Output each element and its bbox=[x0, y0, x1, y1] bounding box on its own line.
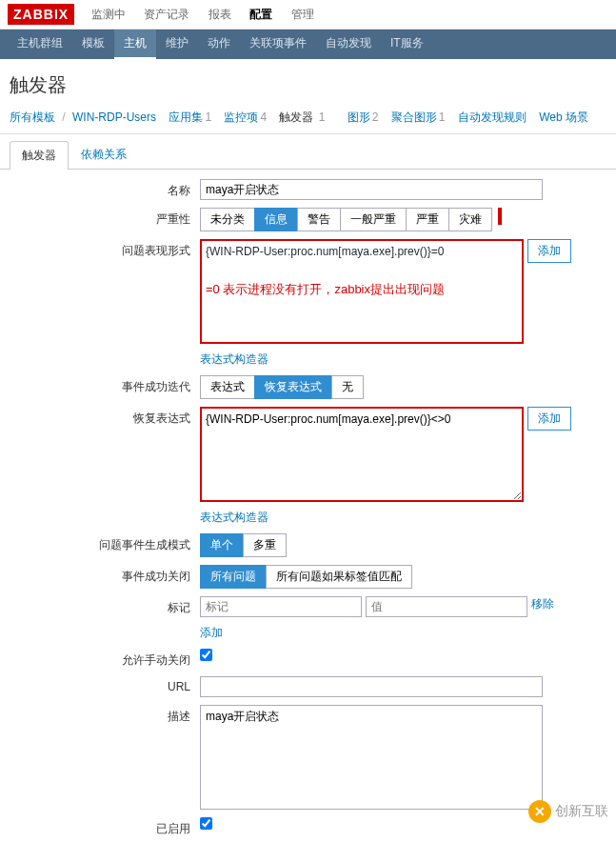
bc-graphs[interactable]: 图形 bbox=[348, 110, 370, 124]
problem-mode-label: 问题事件生成模式 bbox=[10, 533, 200, 553]
subnav-hostgroups[interactable]: 主机群组 bbox=[8, 30, 72, 59]
sev-average[interactable]: 一般严重 bbox=[340, 208, 407, 231]
sev-notclassified[interactable]: 未分类 bbox=[200, 208, 255, 231]
topnav-monitoring[interactable]: 监测中 bbox=[84, 4, 133, 25]
bc-screens[interactable]: 聚合图形 bbox=[391, 110, 437, 124]
subnav-itservices[interactable]: IT服务 bbox=[381, 30, 433, 59]
watermark: ✕ 创新互联 bbox=[528, 800, 608, 823]
tab-trigger[interactable]: 触发器 bbox=[10, 141, 69, 170]
ok-close-group: 所有问题 所有问题如果标签值匹配 bbox=[200, 565, 412, 589]
bc-host[interactable]: WIN-RDP-Users bbox=[72, 110, 156, 124]
topnav-configuration[interactable]: 配置 bbox=[242, 4, 280, 25]
expression-add-button[interactable]: 添加 bbox=[527, 239, 571, 263]
description-input[interactable]: maya开启状态 bbox=[200, 705, 543, 810]
subnav-hosts[interactable]: 主机 bbox=[114, 30, 156, 59]
enabled-label: 已启用 bbox=[10, 817, 200, 837]
tags-label: 标记 bbox=[10, 596, 200, 616]
severity-color-bar bbox=[498, 208, 502, 225]
expression-label: 问题表现形式 bbox=[10, 239, 200, 259]
problem-mode-group: 单个 多重 bbox=[200, 533, 287, 557]
topnav: 监测中 资产记录 报表 配置 管理 bbox=[84, 7, 321, 23]
recovery-add-button[interactable]: 添加 bbox=[527, 407, 571, 431]
bc-all-templates[interactable]: 所有模板 bbox=[10, 110, 55, 124]
subnav-templates[interactable]: 模板 bbox=[72, 30, 114, 59]
logo: ZABBIX bbox=[8, 4, 74, 25]
tabs: 触发器 依赖关系 bbox=[0, 140, 616, 170]
watermark-icon: ✕ bbox=[528, 800, 551, 823]
name-input[interactable] bbox=[200, 179, 543, 200]
okgen-none[interactable]: 无 bbox=[331, 375, 364, 399]
pmode-single[interactable]: 单个 bbox=[200, 533, 244, 557]
subnav-correlation[interactable]: 关联项事件 bbox=[240, 30, 316, 59]
sev-disaster[interactable]: 灾难 bbox=[448, 208, 492, 231]
severity-group: 未分类 信息 警告 一般严重 严重 灾难 bbox=[200, 208, 492, 231]
okgen-expression[interactable]: 表达式 bbox=[200, 375, 255, 399]
tag-value-input[interactable] bbox=[366, 596, 527, 617]
subnav-discovery[interactable]: 自动发现 bbox=[316, 30, 381, 59]
name-label: 名称 bbox=[10, 179, 200, 199]
page-title: 触发器 bbox=[0, 59, 616, 106]
bc-web[interactable]: Web 场景 bbox=[539, 110, 588, 124]
sev-info[interactable]: 信息 bbox=[254, 208, 298, 231]
url-input[interactable] bbox=[200, 676, 543, 697]
recovery-input[interactable]: {WIN-RDP-User:proc.num[maya.exe].prev()}… bbox=[200, 407, 524, 502]
enabled-checkbox[interactable] bbox=[200, 817, 212, 830]
event-ok-gen-label: 事件成功迭代 bbox=[10, 375, 200, 395]
topnav-admin[interactable]: 管理 bbox=[284, 4, 322, 25]
subnav-actions[interactable]: 动作 bbox=[198, 30, 240, 59]
okgen-recovery[interactable]: 恢复表达式 bbox=[254, 375, 332, 399]
severity-label: 严重性 bbox=[10, 208, 200, 228]
topnav-inventory[interactable]: 资产记录 bbox=[136, 4, 197, 25]
expression-builder-link[interactable]: 表达式构造器 bbox=[200, 351, 268, 368]
form: 名称 严重性 未分类 信息 警告 一般严重 严重 灾难 问题表现形式 {WIN-… bbox=[0, 170, 616, 842]
url-label: URL bbox=[10, 676, 200, 693]
ok-close-label: 事件成功关闭 bbox=[10, 565, 200, 585]
tag-remove-link[interactable]: 移除 bbox=[531, 596, 554, 612]
subnav: 主机群组 模板 主机 维护 动作 关联项事件 自动发现 IT服务 bbox=[0, 30, 616, 59]
manual-close-label: 允许手动关闭 bbox=[10, 649, 200, 669]
okclose-all[interactable]: 所有问题 bbox=[200, 565, 267, 589]
sev-high[interactable]: 严重 bbox=[406, 208, 449, 231]
expression-note: =0 表示进程没有打开，zabbix提出出现问题 bbox=[206, 281, 518, 298]
subnav-maintenance[interactable]: 维护 bbox=[156, 30, 198, 59]
topbar: ZABBIX 监测中 资产记录 报表 配置 管理 bbox=[0, 0, 616, 30]
okclose-tagmatch[interactable]: 所有问题如果标签值匹配 bbox=[266, 565, 412, 589]
bc-triggers: 触发器 1 bbox=[279, 110, 334, 124]
bc-apps[interactable]: 应用集 bbox=[169, 110, 203, 124]
sev-warning[interactable]: 警告 bbox=[297, 208, 341, 231]
bc-items[interactable]: 监控项 bbox=[224, 110, 258, 124]
recovery-label: 恢复表达式 bbox=[10, 407, 200, 427]
tag-add-link[interactable]: 添加 bbox=[200, 625, 223, 641]
breadcrumb: 所有模板 / WIN-RDP-Users 应用集1 监控项4 触发器 1 图形2… bbox=[0, 106, 616, 134]
topnav-reports[interactable]: 报表 bbox=[201, 4, 239, 25]
recovery-builder-link[interactable]: 表达式构造器 bbox=[200, 510, 268, 526]
expression-input[interactable]: {WIN-RDP-User:proc.num[maya.exe].prev()}… bbox=[200, 239, 524, 344]
bc-discovery-rules[interactable]: 自动发现规则 bbox=[458, 110, 527, 124]
description-label: 描述 bbox=[10, 705, 200, 725]
tag-name-input[interactable] bbox=[200, 596, 362, 617]
event-ok-gen-group: 表达式 恢复表达式 无 bbox=[200, 375, 364, 399]
manual-close-checkbox[interactable] bbox=[200, 649, 212, 661]
tab-dependencies[interactable]: 依赖关系 bbox=[69, 140, 139, 169]
pmode-multiple[interactable]: 多重 bbox=[243, 533, 287, 557]
